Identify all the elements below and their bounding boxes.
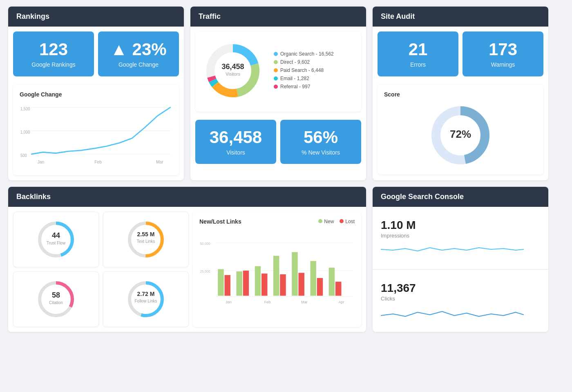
google-change-value: ▲ 23% [110, 40, 166, 59]
legend-dot-organic [274, 52, 278, 56]
legend-dot-direct [274, 60, 278, 64]
svg-text:Mar: Mar [156, 159, 163, 164]
legend-paid: Paid Search - 6,448 [274, 67, 334, 73]
svg-text:2.55 M: 2.55 M [137, 231, 155, 237]
visitors-tile: 36,458 Visitors [195, 120, 276, 164]
bar-chart-legend: New Lost [318, 219, 355, 224]
site-audit-header: Site Audit [373, 7, 548, 27]
svg-text:500: 500 [20, 153, 27, 158]
errors-tile: 21 Errors [378, 31, 458, 76]
traffic-donut: 36,458 Visitors [200, 38, 266, 105]
svg-text:Follow Links: Follow Links [134, 299, 157, 303]
bar-new [292, 252, 297, 296]
score-donut-svg: 72% [424, 103, 497, 168]
new-visitors-label: % New Visitors [302, 149, 340, 156]
traffic-header: Traffic [190, 7, 366, 27]
legend-dot-email [274, 76, 278, 81]
gsc-header: Google Search Console [373, 187, 548, 207]
svg-text:Visitors: Visitors [226, 72, 240, 76]
visitors-label: Visitors [226, 149, 245, 156]
svg-text:Jan: Jan [226, 300, 232, 304]
backlinks-panel: Backlinks 44 Trust Flow 58 [8, 187, 366, 332]
traffic-donut-card: 36,458 Visitors Organic Search - 16,562 … [195, 31, 361, 112]
svg-text:50,000: 50,000 [200, 242, 210, 246]
traffic-panel: Traffic [190, 7, 366, 180]
bar-new [329, 268, 335, 296]
legend-dot-paid [274, 68, 278, 72]
trust-flow-card: 44 Trust Flow [13, 212, 99, 267]
impressions-sparkline [381, 241, 540, 259]
bar-new [273, 256, 279, 296]
donut-svg: 36,458 Visitors [200, 38, 266, 103]
svg-text:72%: 72% [450, 128, 471, 140]
svg-text:58: 58 [52, 291, 60, 299]
legend-email: Email - 1,282 [274, 76, 334, 81]
google-change-tile: ▲ 23% Google Change [98, 31, 179, 76]
google-rankings-label: Google Rankings [31, 61, 75, 68]
svg-text:Feb: Feb [264, 300, 271, 304]
svg-text:25,000: 25,000 [200, 270, 210, 273]
bar-new [255, 266, 261, 296]
impressions-value: 1.10 M [381, 219, 540, 232]
svg-text:1,000: 1,000 [20, 130, 30, 134]
citation-card: 58 Citation [13, 271, 99, 327]
warnings-value: 173 [489, 40, 517, 59]
bar-new [218, 269, 223, 296]
svg-text:Apr: Apr [338, 300, 344, 304]
bar-chart-title: New/Lost Links [199, 218, 241, 225]
svg-text:Feb: Feb [94, 159, 102, 164]
legend-dot-referral [274, 85, 278, 89]
legend-lost-dot [340, 219, 344, 223]
bar-lost [317, 278, 323, 296]
errors-label: Errors [410, 61, 426, 68]
bar-lost [243, 271, 249, 296]
impressions-metric: 1.10 M Impressions [373, 207, 548, 269]
errors-value: 21 [409, 40, 428, 59]
clicks-sparkline [381, 304, 540, 322]
svg-text:Text Links: Text Links [137, 239, 155, 244]
svg-text:Mar: Mar [301, 300, 308, 304]
svg-text:Citation: Citation [49, 300, 63, 305]
svg-text:1,500: 1,500 [20, 106, 30, 111]
bar-lost [298, 273, 304, 296]
google-change-label: Google Change [118, 61, 159, 68]
legend-organic: Organic Search - 16,562 [274, 51, 334, 57]
google-rankings-value: 123 [39, 40, 68, 59]
line-chart-title: Google Change [20, 91, 172, 98]
backlinks-left: 44 Trust Flow 58 Citation [13, 212, 99, 327]
bar-new [310, 261, 316, 296]
impressions-label: Impressions [381, 233, 540, 239]
warnings-tile: 173 Warnings [463, 31, 543, 76]
google-rankings-tile: 123 Google Rankings [13, 31, 94, 76]
warnings-label: Warnings [491, 61, 515, 68]
legend-direct: Direct - 9,602 [274, 59, 334, 65]
rankings-header: Rankings [8, 7, 184, 27]
rankings-line-chart: Google Change 1,500 1,000 500 Jan Feb Ma… [13, 85, 179, 175]
svg-text:Jan: Jan [38, 159, 45, 164]
bar-lost [335, 282, 341, 296]
site-audit-panel: Site Audit 21 Errors 173 Warnings Score [373, 7, 548, 180]
svg-text:36,458: 36,458 [221, 63, 244, 71]
svg-text:2.72 M: 2.72 M [137, 291, 155, 297]
backlinks-middle: 2.55 M Text Links 2.72 M Follow Links [103, 212, 189, 327]
gsc-panel: Google Search Console 1.10 M Impressions… [373, 187, 548, 332]
score-title: Score [384, 91, 537, 98]
legend-referral: Referral - 997 [274, 84, 334, 90]
bar-new [236, 271, 242, 296]
clicks-label: Clicks [381, 296, 540, 302]
text-links-card: 2.55 M Text Links [103, 212, 189, 267]
line-chart-svg: 1,500 1,000 500 Jan Feb Mar [20, 102, 172, 167]
clicks-value: 11,367 [381, 282, 540, 295]
visitors-value: 36,458 [210, 128, 262, 147]
trust-flow-donut: 44 Trust Flow [34, 217, 78, 262]
svg-text:Trust Flow: Trust Flow [47, 241, 66, 245]
clicks-metric: 11,367 Clicks [373, 269, 548, 332]
new-visitors-value: 56% [304, 128, 338, 147]
follow-links-donut: 2.72 M Follow Links [123, 277, 168, 322]
bar-chart-svg: 50,000 25,000 [199, 230, 355, 311]
bar-lost [280, 274, 286, 296]
traffic-legend: Organic Search - 16,562 Direct - 9,602 P… [274, 51, 334, 92]
text-links-donut: 2.55 M Text Links [123, 217, 168, 262]
backlinks-header: Backlinks [8, 187, 366, 207]
legend-new-dot [318, 219, 322, 223]
